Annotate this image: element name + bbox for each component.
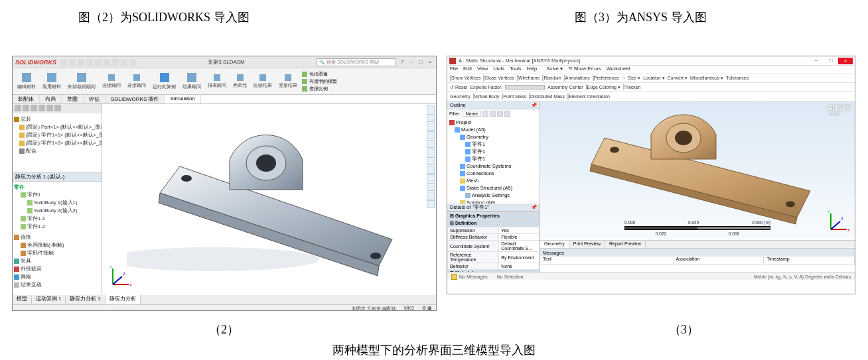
menu-units[interactable]: Units xyxy=(493,66,504,73)
tab-assembly[interactable]: 装配体 xyxy=(13,95,40,103)
outline-project[interactable]: Project xyxy=(456,119,471,125)
outline-node[interactable]: Coordinate Systems xyxy=(449,162,538,170)
outline-node[interactable]: Static Structural (A5) xyxy=(449,184,538,192)
tab-sketch[interactable]: 草图 xyxy=(62,95,84,103)
sw-design-tree-tabs[interactable] xyxy=(13,104,102,113)
tab-layout[interactable]: 布局 xyxy=(40,95,62,103)
tb-random[interactable]: Random xyxy=(542,76,561,80)
sw-viewport-toolbar[interactable] xyxy=(427,105,435,208)
an-tb1-errors[interactable]: ?/ Show Errors xyxy=(568,66,601,73)
vp-tab-print[interactable]: Print Preview xyxy=(569,241,605,248)
maximize-icon[interactable]: □ xyxy=(417,59,424,66)
vp-tab-report[interactable]: Report Preview xyxy=(605,241,646,248)
outline-tree[interactable]: Project Model (A5) Geometry零件1零件1零件1Coor… xyxy=(447,117,540,204)
study-extra[interactable]: 全局接触(-相触) xyxy=(27,242,64,248)
outline-node[interactable]: 零件1 xyxy=(449,148,538,155)
maximize-icon[interactable]: □ xyxy=(824,58,838,64)
filter-btn[interactable] xyxy=(482,111,488,117)
study-item[interactable]: SolidBody 1(输入1) xyxy=(34,200,77,206)
menu-help[interactable]: Help xyxy=(527,66,537,73)
minimize-icon[interactable]: − xyxy=(408,59,415,66)
ribbon-btn-edit-material[interactable]: 编辑材料 xyxy=(15,72,38,91)
details-row[interactable]: Stiffness BehaviorFlexible xyxy=(448,234,540,241)
sw-search-input[interactable]: 🔍 搜索 SOLIDWORKS 帮助 xyxy=(317,58,396,66)
tb-explode-slider[interactable] xyxy=(505,85,545,90)
tb-reset[interactable]: ↺ Reset xyxy=(450,85,467,90)
outline-node[interactable]: Analysis Settings xyxy=(449,192,538,199)
tree-root[interactable]: 总装 xyxy=(21,116,31,122)
sw-feature-tree[interactable]: 总装 (固定) Part<1> (默认<<默认>_显示状态 1>) (固定) 零… xyxy=(13,113,102,173)
minimize-icon[interactable]: − xyxy=(809,58,824,64)
study-extra[interactable]: 零部件接触 xyxy=(27,250,54,256)
ribbon-btn-connections2[interactable]: 连接顾问 xyxy=(125,73,148,90)
details-panel[interactable]: ⊟ Graphics Properties⊟ DefinitionSuppres… xyxy=(447,211,540,272)
pin-icon[interactable]: 📌 xyxy=(531,102,537,108)
study-item[interactable]: 零件1 xyxy=(27,192,40,198)
menu-file[interactable]: File xyxy=(450,66,458,73)
tb-virtual-body[interactable]: Virtual Body xyxy=(473,94,500,99)
content-tab-study1[interactable]: 静应力分析 1 xyxy=(66,295,105,304)
tb-edge-coloring[interactable]: Edge Coloring ▾ xyxy=(586,85,620,90)
tree-item[interactable]: (固定) 零件1<2> (默认<<默认>_显示状态 1) xyxy=(26,140,102,146)
content-tab-model[interactable]: 模型 xyxy=(13,295,32,304)
tb-convert[interactable]: Convert ▾ xyxy=(668,76,687,81)
outline-node[interactable]: Geometry xyxy=(449,133,538,141)
filter-btn[interactable] xyxy=(490,111,496,117)
ribbon-btn-compare[interactable]: 比较结果 xyxy=(252,73,274,90)
study-extra[interactable]: 连接 xyxy=(21,234,31,240)
tb-misc[interactable]: Miscellaneous ▾ xyxy=(690,76,723,81)
tb-asm-center[interactable]: Assembly Center xyxy=(547,85,583,90)
tree-item[interactable]: 配合 xyxy=(26,148,36,154)
tab-evaluate[interactable]: 评估 xyxy=(84,95,106,103)
outline-node[interactable]: 零件1 xyxy=(449,141,538,148)
outline-node[interactable]: Solution (A6) xyxy=(449,199,538,204)
tb-wireframe[interactable]: Wireframe xyxy=(517,76,540,80)
details-row[interactable]: Coordinate SystemDefault Coordinate S… xyxy=(448,241,540,252)
menu-view[interactable]: View xyxy=(477,66,488,73)
tb-location[interactable]: Location ▾ xyxy=(643,76,664,81)
study-item[interactable]: 零件1-1 xyxy=(27,215,45,221)
help-icon[interactable]: ? xyxy=(399,59,405,66)
study-item[interactable]: SolidBody 2(输入2) xyxy=(34,208,77,213)
close-icon[interactable]: × xyxy=(838,58,853,64)
tb-annotations[interactable]: Annotations xyxy=(564,76,590,80)
outline-node[interactable]: Mesh xyxy=(449,177,538,184)
tab-simulation[interactable]: Simulation xyxy=(165,95,200,103)
details-row[interactable]: Reference TemperatureBy Environment xyxy=(448,252,540,263)
details-row[interactable]: ⊟ Graphics Properties xyxy=(448,213,540,220)
ribbon-btn-run[interactable]: 运行此算例 xyxy=(151,72,178,91)
details-row[interactable]: ⊟ Definition xyxy=(448,220,540,227)
study-extra[interactable]: 外部载荷 xyxy=(21,266,42,272)
sw-window-controls[interactable]: ? − □ × xyxy=(399,59,433,66)
study-extra[interactable]: 结果选项 xyxy=(21,282,42,288)
an-tb1-ws[interactable]: Worksheet xyxy=(607,66,630,73)
vp-tab-geometry[interactable]: Geometry xyxy=(540,241,569,248)
outline-model[interactable]: Model (A5) xyxy=(461,127,486,133)
details-row[interactable]: BehaviorNone xyxy=(448,263,540,270)
tb-close-vertices[interactable]: Close Vertices xyxy=(483,76,514,80)
details-row[interactable]: SuppressedYes xyxy=(448,227,540,234)
ribbon-check1[interactable]: 包括图像 xyxy=(302,71,337,78)
filter-btn[interactable] xyxy=(497,111,503,117)
study-extra[interactable]: 夹具 xyxy=(21,258,31,264)
close-icon[interactable]: × xyxy=(427,59,433,66)
status-icons[interactable]: ⚙ ▣ xyxy=(422,306,432,311)
ribbon-btn-report[interactable]: 报表顾问 xyxy=(206,73,228,90)
study-item[interactable]: 零件1-2 xyxy=(27,223,45,229)
sw-quick-access[interactable] xyxy=(60,59,136,66)
tab-addins[interactable]: SOLIDWORKS 插件 xyxy=(106,95,165,103)
tb-show-vertices[interactable]: Show Vertices xyxy=(450,76,480,80)
ribbon-btn-results[interactable]: 结果顾问 xyxy=(181,72,203,91)
ribbon-btn-connections1[interactable]: 连接顾问 xyxy=(100,73,123,90)
content-tab-study[interactable]: 静应力分析 xyxy=(106,295,141,304)
an-viewport[interactable]: ANSYS R18.0 0.0000.0450.090 (m) 0.0220.0… xyxy=(540,101,855,240)
tb-preferences[interactable]: Preferences xyxy=(593,76,619,80)
tree-item[interactable]: (固定) 零件1<1> (默认<<默认>_显示状态 1) xyxy=(26,132,102,138)
menu-edit[interactable]: Edit xyxy=(463,66,472,73)
ribbon-btn-deform[interactable]: 变形结果 xyxy=(277,73,299,90)
outline-node[interactable]: Connections xyxy=(449,170,538,177)
tb-elem-orient[interactable]: Element Orientation xyxy=(567,94,610,99)
ribbon-btn-apply-material[interactable]: 应用材料 xyxy=(40,72,63,91)
ribbon-check2[interactable]: 有透明的模型 xyxy=(302,78,337,85)
tb-geometry[interactable]: Geometry xyxy=(450,94,470,99)
